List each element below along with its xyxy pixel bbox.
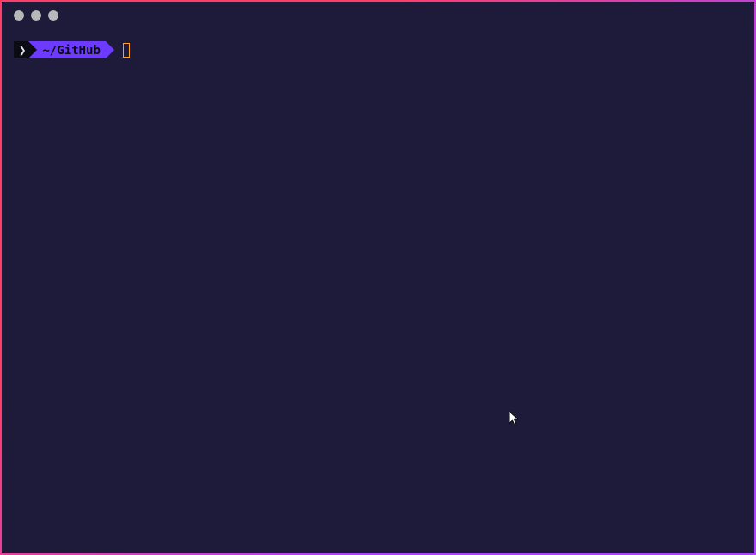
minimize-icon[interactable] [31,10,41,21]
mouse-pointer-icon [509,411,521,426]
terminal-body[interactable]: ❯ ~/GitHub [2,29,754,58]
command-input-area[interactable] [123,41,130,58]
text-cursor-icon [123,43,130,58]
prompt-line: ❯ ~/GitHub [14,41,742,58]
terminal-window: ❯ ~/GitHub [0,0,756,555]
zoom-icon[interactable] [48,10,58,21]
close-icon[interactable] [14,10,24,21]
prompt-indicator-segment: ❯ [14,41,28,58]
prompt-path-segment: ~/GitHub [28,41,105,58]
prompt-path: ~/GitHub [42,41,100,58]
prompt-symbol: ❯ [19,41,25,58]
window-titlebar [2,2,754,29]
